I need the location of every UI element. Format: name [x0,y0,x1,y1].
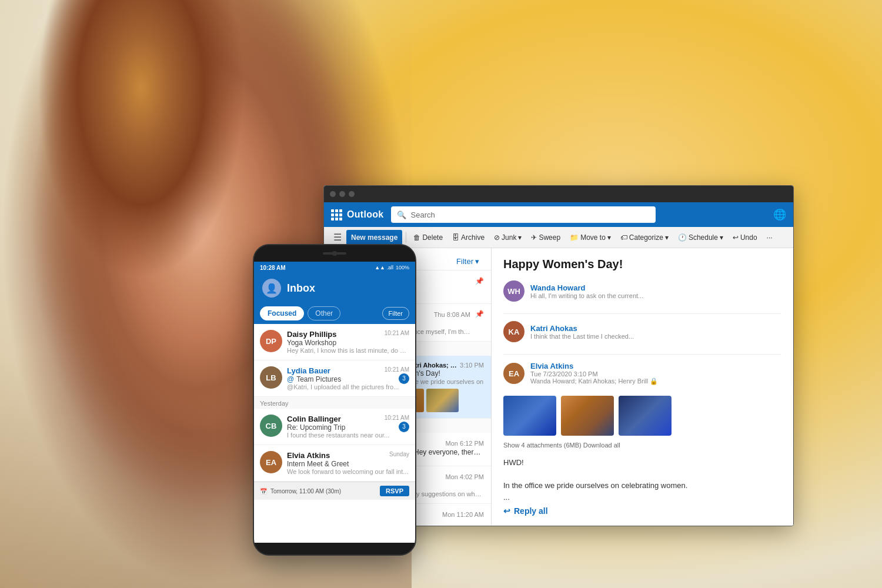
phone-sender-daisy: Daisy Phillips [287,330,337,339]
body-line-1: HWD! [503,457,781,469]
phone-email-list: DP Daisy Phillips 10:21 AM Yoga Workshop… [254,324,415,543]
unread-badge-lydia: 3 [399,373,409,384]
phone-inbox-title: Inbox [287,282,315,295]
phone-email-lydia[interactable]: LB Lydia Bauer 10:21 AM @ Team Pictures … [254,360,415,397]
phone-email-daisy[interactable]: DP Daisy Phillips 10:21 AM Yoga Workshop… [254,324,415,360]
outlook-logo-area[interactable]: Outlook [331,209,384,220]
more-icon: ··· [767,233,773,242]
phone-inbox-avatar[interactable]: 👤 [262,279,281,298]
reply-all-label: Reply all [514,506,548,516]
separator-1 [503,313,781,314]
reply-all-button[interactable]: ↩ Reply all [503,503,781,519]
elvia-name: Elvia Atkins [530,362,781,370]
phone-preview-daisy: Hey Katri, I know this is last minute, d… [287,347,409,354]
phone-email-content-colin: Colin Ballinger 10:21 AM Re: Upcoming Tr… [287,415,409,439]
schedule-icon: 🕐 [678,233,687,242]
email-body: HWD! In the office we pride ourselves on… [503,457,781,503]
attachment-1[interactable] [503,396,556,436]
sweep-icon: ✈ [531,233,537,242]
search-bar[interactable]: 🔍 Search [391,206,656,223]
outlook-header: Outlook 🔍 Search 🌐 [324,202,793,227]
undo-button[interactable]: ↩ Undo [729,232,761,243]
reading-sender-katri: KA Katri Ahokas I think that the Last ti… [503,321,781,342]
katri-name: Katri Ahokas [530,324,781,333]
phone-preview-elvia: We look forward to welcoming our fall in… [287,468,409,475]
categorize-icon: 🏷 [620,233,627,242]
categorize-button[interactable]: 🏷 Categorize ▾ [617,232,672,243]
more-button[interactable]: ··· [763,232,776,243]
phone-status-right: ▲▲ .all 100% [375,265,409,270]
titlebar-dot-2 [339,191,345,197]
archive-button[interactable]: 🗄 Archive [449,232,488,243]
attachment-2[interactable] [561,396,614,436]
attachment-3[interactable] [619,396,671,436]
filter-label: Filter [456,257,473,266]
email-time-lydia: Mon 4:02 PM [446,473,484,480]
phone-avatar-daisy: DP [260,330,282,352]
menu-icon[interactable]: ☰ [331,230,344,244]
phone-time-daisy: 10:21 AM [385,330,409,339]
phone-preview-colin: I found these restaurants near our... [287,432,409,439]
reminder-text: Tomorrow, 11:00 AM (30m) [270,488,341,495]
reading-pane: Happy Women's Day! WH Wanda Howard Hi al… [492,248,793,526]
moveto-button[interactable]: 📁 Move to ▾ [566,232,614,243]
phone-status-bar: 10:28 AM ▲▲ .all 100% [254,262,415,273]
delete-icon: 🗑 [413,233,420,242]
phone-tabs: Focused Other Filter [254,303,415,324]
phone-avatar-elvia: EA [260,451,282,473]
toolbar-divider-1 [406,232,406,243]
phone-speaker [323,252,346,255]
phone-other-tab[interactable]: Other [308,306,340,320]
rsvp-button[interactable]: RSVP [380,486,409,496]
unread-badge-colin: 3 [399,422,409,432]
wanda-info: Wanda Howard Hi all, I'm writing to ask … [530,283,781,299]
body-line-2: In the office we pride ourselves on cele… [503,480,781,492]
wanda-preview: Hi all, I'm writing to ask on the curren… [530,292,781,299]
delete-button[interactable]: 🗑 Delete [410,232,446,243]
phone-subject-elvia: Intern Meet & Greet [287,460,409,468]
phone-mockup: 10:28 AM ▲▲ .all 100% 👤 Inbox Focused Ot… [253,244,416,556]
junk-button[interactable]: ⊘ Junk ▾ [490,232,525,243]
new-message-button[interactable]: New message [346,230,402,245]
phone-focused-tab[interactable]: Focused [260,306,304,320]
battery-indicator: 100% [396,265,409,270]
thumb-3 [426,389,459,412]
phone-subject-daisy: Yoga Workshop [287,339,409,347]
body-ellipsis: ... [503,492,781,503]
phone-email-content-lydia: Lydia Bauer 10:21 AM @ Team Pictures @Ka… [287,366,409,390]
signal-icon: ▲▲ .all [375,265,393,270]
phone-filter-btn[interactable]: Filter [382,307,409,320]
categorize-chevron: ▾ [665,233,669,242]
phone-avatar-colin: CB [260,415,282,437]
moveto-icon: 📁 [570,233,579,242]
filter-button[interactable]: Filter ▾ [452,255,484,268]
katri-info: Katri Ahokas I think that the Last time … [530,324,781,340]
search-icon: 🔍 [397,211,406,219]
reading-sender-wanda: WH Wanda Howard Hi all, I'm writing to a… [503,280,781,302]
phone-section-yesterday: Yesterday [254,397,415,409]
phone-email-content-elvia: Elvia Atkins Sunday Intern Meet & Greet … [287,451,409,475]
titlebar-dot-3 [349,191,355,197]
phone-screen: 10:28 AM ▲▲ .all 100% 👤 Inbox Focused Ot… [254,262,415,543]
waffle-icon[interactable] [331,209,342,220]
phone-email-elvia[interactable]: EA Elvia Atkins Sunday Intern Meet & Gre… [254,445,415,482]
phone-reminder: 📅 Tomorrow, 11:00 AM (30m) RSVP [254,482,415,500]
sweep-button[interactable]: ✈ Sweep [527,232,564,243]
undo-icon: ↩ [733,233,739,242]
avatar-katri: KA [503,321,524,342]
junk-icon: ⊘ [494,233,500,242]
globe-icon[interactable]: 🌐 [773,208,786,221]
schedule-button[interactable]: 🕐 Schedule ▾ [674,232,727,243]
moveto-chevron: ▾ [607,233,611,242]
elvia-time: Tue 7/23/2020 3:10 PM [530,370,781,377]
at-icon: @ [287,375,294,383]
phone-email-colin[interactable]: CB Colin Ballinger 10:21 AM Re: Upcoming… [254,409,415,445]
filter-chevron: ▾ [475,257,479,266]
elvia-info: Elvia Atkins Tue 7/23/2020 3:10 PM Wanda… [530,362,781,385]
attachment-info[interactable]: Show 4 attachments (6MB) Download all [503,442,781,449]
separator-2 [503,354,781,355]
phone-avatar-lydia: LB [260,366,282,389]
katri-preview: I think that the Last time I checked... [530,333,781,340]
email-time-erik: Mon 11:20 AM [442,511,484,518]
pin-icon-2: 📌 [475,310,484,318]
